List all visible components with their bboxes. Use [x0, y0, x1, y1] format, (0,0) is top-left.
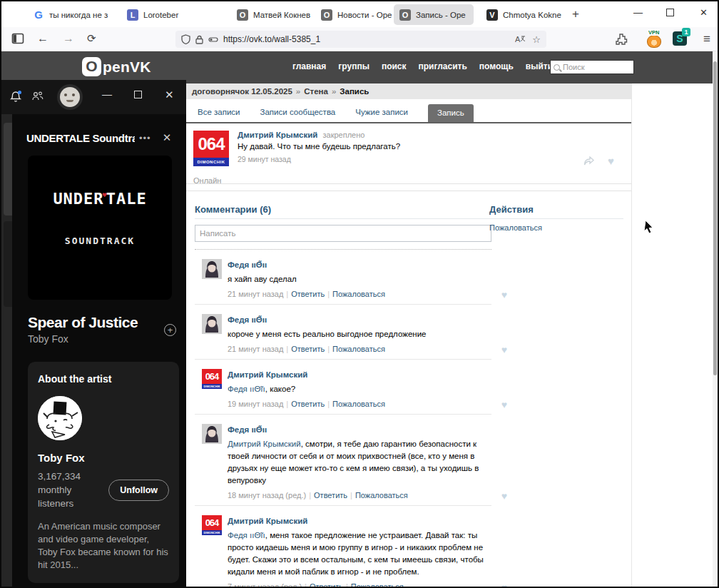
vpn-extension-button[interactable]: VPN: [646, 30, 664, 49]
search-input[interactable]: [563, 63, 627, 71]
nav-help-link[interactable]: помощь: [479, 61, 514, 71]
reload-button[interactable]: ⟳: [87, 32, 96, 45]
commenter-name-link[interactable]: Федя ııΘ̃ıı: [228, 260, 267, 269]
mention-link[interactable]: Федя ııΘ̃ıı: [228, 385, 265, 393]
unfollow-button[interactable]: Unfollow: [108, 480, 169, 501]
about-artist-card[interactable]: About the artist Toby Fox 3,167,334 mont…: [28, 362, 179, 583]
friend-activity-icon[interactable]: [31, 91, 44, 102]
like-heart-icon[interactable]: ♥: [501, 344, 507, 355]
shield-icon[interactable]: [181, 34, 190, 44]
sidebar-library-block[interactable]: [4, 221, 12, 307]
post-like-heart-icon[interactable]: ♥: [608, 155, 614, 167]
like-heart-icon[interactable]: ♥: [501, 289, 507, 300]
artist-name[interactable]: Toby Fox: [38, 452, 169, 464]
commenter-name-link[interactable]: Дмитрий Крымский: [228, 370, 307, 379]
window-minimize-button[interactable]: —: [633, 7, 643, 18]
post-author-link[interactable]: Дмитрий Крымский: [238, 131, 317, 139]
scrollbar-thumb[interactable]: [713, 61, 717, 375]
breadcrumb-wall-link[interactable]: Стена: [304, 87, 328, 96]
sidebar-library-block[interactable]: [4, 123, 12, 216]
tab-community-posts[interactable]: Записи сообщества: [260, 108, 336, 122]
report-post-link[interactable]: Пожаловаться: [489, 223, 542, 232]
bookmark-star-icon[interactable]: ☆: [532, 34, 541, 45]
commenter-name-link[interactable]: Федя ııΘ̃ıı: [228, 315, 267, 324]
commenter-avatar[interactable]: [202, 314, 222, 334]
more-options-icon[interactable]: •••: [139, 133, 151, 143]
reply-link[interactable]: Ответить: [291, 290, 325, 298]
tab-news[interactable]: O Новости - Ope: [315, 4, 392, 25]
tab-all-posts[interactable]: Все записи: [198, 108, 240, 122]
url-bar[interactable]: https://ovk.to/wall-5385_1 A ☆: [175, 31, 546, 48]
reply-link[interactable]: Ответить: [291, 345, 325, 353]
window-close-button[interactable]: ✕: [700, 7, 708, 18]
page-scrollbar[interactable]: [713, 51, 718, 587]
like-heart-icon[interactable]: ♥: [501, 490, 507, 502]
comment-row: Федя ııΘ̃ıı Дмитрий Крымский, смотри, я …: [195, 415, 491, 506]
back-button[interactable]: ←: [37, 32, 49, 45]
commenter-avatar[interactable]: [202, 424, 222, 444]
window-maximize-button[interactable]: [666, 9, 674, 16]
reply-link[interactable]: Ответить: [291, 400, 325, 408]
tab-matvey[interactable]: O Матвей Кокнев: [231, 4, 315, 25]
commenter-avatar[interactable]: 064 DIMONCHIK: [202, 369, 222, 389]
report-link[interactable]: Пожаловаться: [332, 345, 385, 353]
breadcrumb-group-link[interactable]: договорнячок 12.05.2025: [192, 87, 292, 96]
nav-home-link[interactable]: главная: [292, 61, 326, 71]
album-art[interactable]: UNDER♥TALE SOUNDTRACK: [28, 156, 172, 300]
comment-row: Федя ııΘ̃ıı короче у меня есть реально в…: [195, 305, 491, 360]
nav-logout-link[interactable]: выйти: [526, 61, 553, 71]
report-link[interactable]: Пожаловаться: [351, 582, 404, 588]
new-tab-button[interactable]: +: [572, 7, 579, 21]
nav-invite-link[interactable]: пригласить: [419, 61, 467, 71]
tab-post-active[interactable]: Запись: [428, 104, 474, 122]
header-search-box[interactable]: [550, 60, 634, 74]
post-time: 29 минут назад: [238, 155, 623, 163]
extensions-puzzle-icon[interactable]: [615, 33, 628, 46]
report-link[interactable]: Пожаловаться: [355, 491, 408, 500]
add-to-library-icon[interactable]: +: [164, 324, 176, 336]
tab-others-posts[interactable]: Чужие записи: [355, 108, 408, 122]
tab-loroteber[interactable]: L Loroteber: [121, 4, 198, 25]
post-author-avatar[interactable]: 064 DIMONCHIK: [193, 131, 229, 166]
reply-link[interactable]: Ответить: [314, 491, 347, 500]
openvk-logo[interactable]: O penVK: [82, 57, 151, 76]
nav-search-link[interactable]: поиск: [382, 61, 407, 71]
post-text: Ну давай. Что ты мне будешь предлагать?: [238, 142, 623, 151]
report-link[interactable]: Пожаловаться: [332, 400, 385, 408]
reply-link[interactable]: Ответить: [310, 582, 343, 588]
lock-icon[interactable]: [195, 35, 203, 44]
permissions-toggle-icon[interactable]: [208, 36, 218, 43]
panel-close-icon[interactable]: ✕: [163, 131, 172, 144]
sidebar-toggle-icon[interactable]: [11, 32, 24, 45]
tab-google[interactable]: G ты никогда не з: [27, 4, 127, 25]
commenter-name-link[interactable]: Федя ııΘ̃ıı: [228, 425, 267, 434]
spotify-minimize-button[interactable]: —: [102, 88, 112, 100]
tab-zapis-active[interactable]: O Запись - Ope ✕: [394, 4, 474, 25]
mention-link[interactable]: Дмитрий Крымский: [228, 440, 301, 448]
avatar-number: 064: [193, 131, 229, 158]
commenter-avatar[interactable]: [202, 259, 222, 279]
now-playing-title[interactable]: UNDERTALE Soundtrack: [26, 132, 135, 144]
menu-button[interactable]: ≡: [703, 32, 710, 46]
commenter-name-link[interactable]: Дмитрий Крымский: [228, 517, 307, 525]
translate-icon[interactable]: A: [515, 34, 526, 44]
fedya-avatar-icon: [202, 314, 222, 334]
like-heart-icon[interactable]: ♥: [501, 582, 507, 588]
notifications-bell-icon[interactable]: [10, 91, 21, 103]
user-avatar[interactable]: [57, 84, 83, 110]
track-artist[interactable]: Toby Fox: [28, 333, 138, 345]
spotify-close-button[interactable]: ✕: [165, 88, 174, 101]
commenter-avatar[interactable]: 064 DIMONCHIK: [202, 515, 222, 535]
tab-chmotya[interactable]: V Chmotya Kokne: [481, 4, 565, 25]
report-link[interactable]: Пожаловаться: [332, 290, 385, 298]
nav-groups-link[interactable]: группы: [338, 61, 369, 71]
meme-face-icon: [60, 87, 80, 107]
url-text[interactable]: https://ovk.to/wall-5385_1: [223, 34, 320, 44]
forward-button[interactable]: →: [63, 32, 74, 45]
spotify-maximize-button[interactable]: [134, 91, 142, 98]
comment-input[interactable]: [195, 225, 491, 242]
like-heart-icon[interactable]: ♥: [501, 399, 507, 410]
mention-link[interactable]: Федя ııΘ̃ıı: [228, 531, 265, 539]
track-title[interactable]: Spear of Justice: [28, 314, 138, 331]
repost-icon[interactable]: [583, 156, 595, 166]
